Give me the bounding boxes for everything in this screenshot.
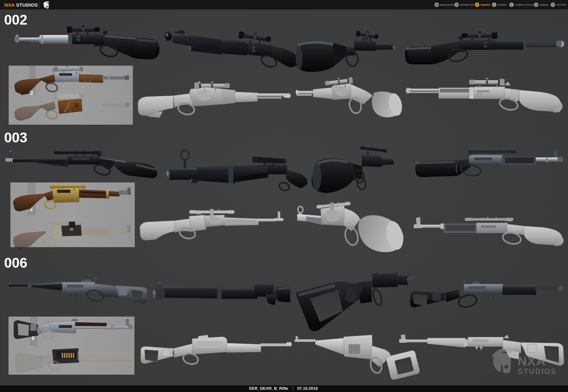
svg-text:07.10.2018: 07.10.2018 [297,386,318,391]
svg-text:LOWREZ WITH UV: LOWREZ WITH UV [515,4,534,6]
svg-text:N: N [535,3,537,6]
svg-text:H: H [476,3,478,6]
svg-text:B: B [436,3,438,6]
svg-text:006: 006 [4,255,27,270]
svg-text:T: T [552,3,554,6]
svg-text:STUDIOS: STUDIOS [518,367,557,376]
svg-text:NORMAL: NORMAL [540,4,549,6]
svg-text:NXA: NXA [4,2,15,8]
svg-text:EER_GEAR_B_Rifle: EER_GEAR_B_Rifle [249,386,288,391]
svg-text:2: 2 [30,90,33,96]
svg-text:HIGHREZ: HIGHREZ [481,4,490,6]
svg-text:003: 003 [4,130,27,145]
svg-text:002: 002 [4,12,27,27]
svg-text:L: L [493,3,495,6]
svg-text:BASE MODEL: BASE MODEL [440,4,454,6]
svg-text:L: L [511,3,512,6]
svg-text:STUDIOS: STUDIOS [16,2,38,8]
svg-text:LOWREZ: LOWREZ [498,4,507,6]
svg-text:TEXTURE: TEXTURE [556,4,566,6]
svg-text:H: H [456,3,458,6]
svg-text:HIGHREZ WIP: HIGHREZ WIP [460,4,475,6]
